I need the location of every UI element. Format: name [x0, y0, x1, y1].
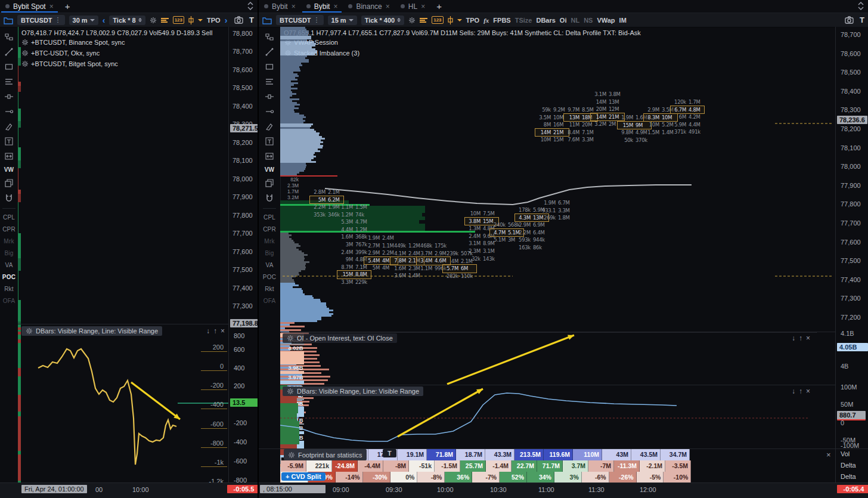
panel-arrow-up-icon[interactable]: ↑ — [799, 387, 802, 395]
layers-icon[interactable] — [4, 178, 14, 188]
tabbar-collapse-icon[interactable] — [247, 1, 255, 11]
chevron-down-orange-icon[interactable] — [457, 19, 462, 21]
watchlist-folder-icon[interactable] — [4, 16, 13, 24]
range-tool-icon[interactable] — [4, 151, 14, 161]
interval-button[interactable]: 30 m — [69, 16, 98, 25]
trend-line-tool-icon[interactable] — [265, 47, 274, 57]
panel-arrow-up-icon[interactable]: ↑ — [799, 334, 802, 342]
sidebar-item-rkt[interactable]: Rkt — [4, 286, 14, 292]
tick-stepper[interactable] — [397, 18, 401, 22]
footprint-t-button[interactable]: T — [383, 449, 396, 457]
brush-tool-icon[interactable] — [265, 122, 274, 131]
text-tool-button[interactable]: T — [249, 16, 254, 24]
footprint-panel-title[interactable]: Footprint bar statistics — [284, 449, 367, 460]
tab-close-icon[interactable]: × — [333, 2, 337, 11]
oi-panel[interactable]: 4.02B4.02B3.98B3.97B3.98B3.98B3.98B4.01B… — [280, 332, 835, 385]
tab-close-icon[interactable]: × — [49, 2, 54, 11]
left-price-chart[interactable] — [18, 27, 228, 324]
sidebar-item-cpl[interactable]: CPL — [3, 214, 15, 221]
vwap-tool-label[interactable]: VW — [4, 166, 14, 173]
text-tool-button[interactable]: T — [860, 16, 864, 24]
toolbar-item-tsize[interactable]: TSize — [515, 17, 532, 24]
magnet-icon[interactable] — [4, 193, 14, 203]
footprint-stats-panel[interactable]: 5M27.1M17.3M19.1M71.8M18.7M43.3M213.5M11… — [259, 448, 868, 484]
price-label-tool-icon[interactable] — [4, 92, 14, 101]
gear-icon[interactable] — [408, 17, 416, 24]
object-tree-icon[interactable] — [4, 32, 14, 42]
gear-icon[interactable] — [287, 388, 294, 395]
sidebar-item-cpl[interactable]: CPL — [264, 214, 275, 221]
interval-button[interactable]: 15 m — [328, 16, 357, 25]
watchlist-folder-icon[interactable] — [262, 16, 272, 24]
range-tool-icon[interactable] — [265, 151, 274, 161]
history-back-icon[interactable]: ‹ — [103, 16, 106, 25]
object-tree-icon[interactable] — [265, 32, 274, 42]
sidebar-item-mrk[interactable]: Mrk — [264, 238, 274, 245]
tab-close-icon[interactable]: × — [386, 2, 390, 11]
tick-stepper[interactable] — [138, 18, 142, 22]
lower-panel-title[interactable]: DBars: Visible Range, Line: Visible Rang… — [21, 326, 162, 336]
tab-hl-3[interactable]: HL× — [395, 0, 430, 13]
panel-arrow-down-icon[interactable]: ↓ — [792, 387, 795, 395]
sidebar-item-big[interactable]: Big — [4, 250, 13, 256]
magnet-icon[interactable] — [265, 193, 274, 203]
left-time-axis[interactable]: Fri, Apr 24, 01:00:000010:00-0:05.5 — [0, 482, 258, 498]
symbol-button[interactable]: BTCUSDT⋮ — [276, 15, 324, 25]
sidebar-item-ofa[interactable]: OFA — [3, 298, 16, 304]
rectangle-tool-icon[interactable] — [265, 62, 274, 72]
toolbar-item-ns[interactable]: NS — [584, 17, 593, 24]
gear-icon[interactable] — [26, 327, 33, 335]
sidebar-item-va[interactable]: VA — [266, 262, 274, 268]
add-tab-button[interactable]: + — [430, 0, 448, 13]
sidebar-item-poc[interactable]: POC — [263, 274, 276, 280]
tab-bybit-1[interactable]: Bybit× — [301, 0, 343, 13]
parallel-lines-tool-icon[interactable] — [265, 77, 274, 86]
trend-line-tool-icon[interactable] — [4, 47, 14, 57]
panel-arrow-up-icon[interactable]: ↑ — [213, 327, 217, 335]
toolbar-item-im[interactable]: IM — [619, 17, 627, 24]
sidebar-item-big[interactable]: Big — [265, 250, 274, 256]
toolbar-item-nl[interactable]: NL — [571, 17, 579, 24]
expand-more-icon[interactable]: › — [225, 16, 228, 25]
tab-binance-2[interactable]: Binance× — [343, 0, 395, 13]
tab-bybit-spot-0[interactable]: Bybit Spot× — [0, 0, 59, 13]
candle-style-icon[interactable] — [188, 16, 194, 24]
panel-arrow-down-icon[interactable]: ↓ — [206, 327, 210, 335]
camera-icon[interactable] — [845, 16, 854, 24]
gear-icon[interactable] — [150, 17, 157, 24]
numbers-display-icon[interactable]: 123 — [173, 16, 184, 24]
sidebar-item-cpr[interactable]: CPR — [263, 226, 276, 233]
panel-arrow-down-icon[interactable]: ↓ — [792, 334, 795, 342]
text-tool-icon[interactable] — [4, 137, 14, 146]
text-tool-icon[interactable] — [265, 137, 274, 146]
camera-icon[interactable] — [234, 16, 243, 24]
tabbar-collapse-icon[interactable] — [857, 1, 866, 11]
right-footprint-chart[interactable]: 82k2.3M1.7M3.2M59k9.2M3.5M10M8M16M14M21M… — [280, 27, 835, 332]
toolbar-item-tpo[interactable]: TPO — [466, 17, 480, 24]
measure-tool-icon[interactable] — [265, 107, 274, 116]
candle-style-icon[interactable] — [448, 16, 453, 24]
right-time-axis[interactable]: , 08:15:0009:0009:3010:0010:3011:0011:30… — [259, 482, 868, 498]
chevron-down-orange-icon[interactable] — [198, 19, 203, 21]
symbol-more-icon[interactable]: ⋮ — [314, 16, 320, 24]
right-price-axis[interactable]: 78,70078,60078,50078,40078,30078,20078,1… — [835, 27, 868, 483]
toolbar-item-dbars[interactable]: DBars — [536, 17, 555, 24]
panel-close-icon[interactable]: × — [806, 334, 810, 342]
cvd-split-button[interactable]: + CVD Split — [281, 472, 326, 481]
footprint-close-icon[interactable]: × — [826, 450, 831, 459]
sidebar-item-rkt[interactable]: Rkt — [265, 286, 274, 292]
rectangle-tool-icon[interactable] — [4, 62, 14, 72]
tpo-button[interactable]: TPO — [207, 17, 221, 24]
dbars-panel-title[interactable]: DBars: Visible Range, Line: Visible Rang… — [283, 386, 423, 396]
gear-icon[interactable] — [288, 451, 295, 459]
vwap-tool-label[interactable]: VW — [265, 166, 275, 173]
oi-panel-title[interactable]: OI - Open Interest, text: OI Close — [283, 333, 397, 343]
tab-bybit-0[interactable]: Bybit× — [259, 0, 301, 13]
tick-size-button[interactable]: Tick * 8 — [109, 16, 145, 25]
left-dbars-panel[interactable]: 2000-200-400-600-800-1k-1.2kDBars: Visib… — [18, 324, 228, 484]
sidebar-item-cpr[interactable]: CPR — [2, 226, 16, 233]
toolbar-item-oi[interactable]: Oi — [560, 17, 567, 24]
sidebar-item-mrk[interactable]: Mrk — [4, 238, 14, 245]
symbol-button[interactable]: BTCUSDT⋮ — [17, 15, 65, 25]
price-label-tool-icon[interactable] — [265, 92, 274, 101]
